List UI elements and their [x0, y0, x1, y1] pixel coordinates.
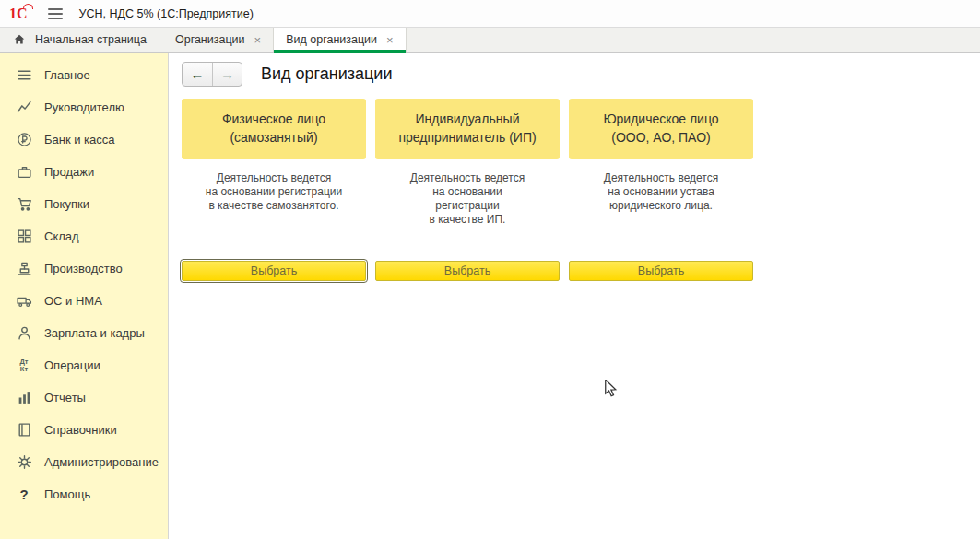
- tab-label: Организации: [175, 33, 245, 46]
- sidebar-item-administration[interactable]: Администрирование: [0, 446, 168, 478]
- trend-chart-icon: [16, 100, 32, 116]
- sidebar-item-label: Покупки: [44, 197, 89, 211]
- sidebar-item-label: Склад: [44, 229, 79, 243]
- card-title: Физическое лицо (самозанятый): [182, 99, 366, 159]
- sidebar-item-main[interactable]: Главное: [0, 59, 168, 91]
- tab-label: Начальная страница: [35, 33, 147, 46]
- back-button[interactable]: ←: [183, 63, 212, 86]
- content-topbar: ← → Вид организации: [182, 62, 980, 87]
- sidebar-item-label: Справочники: [44, 423, 117, 437]
- main-content: ← → Вид организации Физическое лицо (сам…: [169, 53, 980, 539]
- organization-kind-cards: Физическое лицо (самозанятый) Деятельнос…: [182, 99, 980, 281]
- sidebar-item-operations[interactable]: ДтКт Операции: [0, 349, 168, 381]
- forward-button[interactable]: →: [212, 63, 242, 86]
- sidebar-item-label: Операции: [44, 358, 100, 372]
- tab-bar: Начальная страница Организации × Вид орг…: [0, 28, 980, 53]
- menu-lines-icon: [16, 67, 32, 84]
- tab-organizations[interactable]: Организации ×: [163, 28, 274, 52]
- sidebar-item-label: Главное: [44, 68, 90, 82]
- main-menu-icon[interactable]: [48, 8, 63, 19]
- sidebar-item-label: Банк и касса: [44, 133, 115, 146]
- card-description: Деятельность ведется на основании регист…: [375, 171, 560, 227]
- card-legal-entity: Юридическое лицо (ООО, АО, ПАО) Деятельн…: [569, 99, 753, 281]
- sidebar-item-label: Помощь: [44, 487, 90, 501]
- card-description: Деятельность ведется на основании регист…: [182, 171, 366, 213]
- sidebar-item-bank-cash[interactable]: Банк и касса: [0, 123, 168, 156]
- gear-icon: [16, 454, 32, 471]
- sidebar-item-directories[interactable]: Справочники: [0, 414, 168, 446]
- home-icon: [11, 31, 28, 48]
- sidebar-item-help[interactable]: ? Помощь: [0, 478, 168, 510]
- bar-chart-icon: [16, 390, 32, 406]
- dt-kt-icon: ДтКт: [16, 357, 32, 374]
- sidebar-item-label: Администрирование: [44, 455, 159, 469]
- tab-label: Вид организации: [286, 33, 377, 46]
- close-icon[interactable]: ×: [254, 34, 262, 46]
- grid-icon: [16, 228, 32, 245]
- card-title: Юридическое лицо (ООО, АО, ПАО): [569, 99, 753, 159]
- select-button-legal[interactable]: Выбрать: [569, 261, 753, 281]
- titlebar: 1С УСН, НДС 5% (1С:Предприятие): [0, 0, 980, 28]
- 1c-logo: 1С: [9, 6, 31, 21]
- sidebar-item-label: ОС и НМА: [44, 294, 102, 308]
- select-button-ip[interactable]: Выбрать: [375, 261, 560, 281]
- select-button-selfemployed[interactable]: Выбрать: [182, 261, 366, 281]
- person-icon: [16, 325, 32, 342]
- tab-organization-kind[interactable]: Вид организации ×: [274, 28, 407, 52]
- tab-home[interactable]: Начальная страница: [0, 28, 159, 52]
- machine-press-icon: [16, 261, 32, 277]
- sidebar-item-purchases[interactable]: Покупки: [0, 188, 168, 220]
- truck-icon: [16, 293, 32, 310]
- sidebar-item-manager[interactable]: Руководителю: [0, 91, 168, 123]
- window-title: УСН, НДС 5% (1С:Предприятие): [79, 7, 254, 20]
- sidebar-item-reports[interactable]: Отчеты: [0, 381, 168, 414]
- sidebar-item-label: Отчеты: [44, 391, 86, 404]
- sidebar-item-label: Руководителю: [44, 100, 124, 114]
- question-icon: ?: [16, 486, 32, 503]
- sidebar-item-warehouse[interactable]: Склад: [0, 220, 168, 252]
- card-individual-selfemployed: Физическое лицо (самозанятый) Деятельнос…: [182, 99, 366, 281]
- sidebar-item-label: Продажи: [44, 165, 94, 179]
- card-entrepreneur-ip: Индивидуальный предприниматель (ИП) Деят…: [375, 99, 560, 281]
- sidebar-item-sales[interactable]: Продажи: [0, 156, 168, 188]
- page-title: Вид организации: [261, 64, 392, 84]
- history-nav: ← →: [182, 62, 242, 87]
- book-icon: [16, 422, 32, 439]
- coin-ruble-icon: [16, 132, 32, 148]
- briefcase-icon: [16, 164, 32, 181]
- sidebar-item-label: Зарплата и кадры: [44, 326, 145, 340]
- sidebar-item-production[interactable]: Производство: [0, 252, 168, 285]
- shopping-cart-icon: [16, 196, 32, 213]
- close-icon[interactable]: ×: [386, 34, 394, 46]
- card-description: Деятельность ведется на основании устава…: [569, 171, 753, 213]
- card-title: Индивидуальный предприниматель (ИП): [375, 99, 560, 159]
- sidebar: Главное Руководителю Банк и касса Продаж…: [0, 53, 169, 539]
- sidebar-item-assets[interactable]: ОС и НМА: [0, 285, 168, 317]
- sidebar-item-payroll[interactable]: Зарплата и кадры: [0, 317, 168, 349]
- sidebar-item-label: Производство: [44, 262, 123, 275]
